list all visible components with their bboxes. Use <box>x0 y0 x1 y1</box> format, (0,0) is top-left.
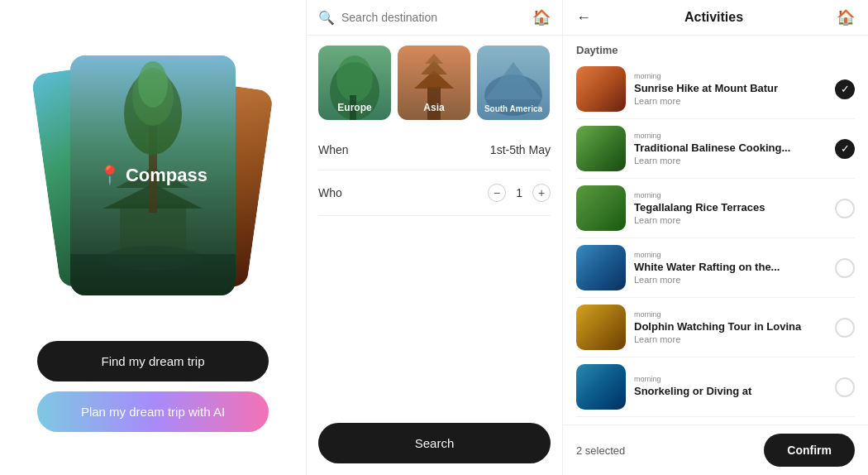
when-label: When <box>318 143 349 156</box>
back-button[interactable]: ← <box>576 9 591 26</box>
activity-info: morning White Water Rafting on the... Le… <box>634 251 827 285</box>
panel-search: 🔍 🏠 Europe <box>306 0 562 475</box>
who-row: Who − 1 + <box>318 170 551 216</box>
home-icon[interactable]: 🏠 <box>532 8 551 26</box>
learn-more-link[interactable]: Learn more <box>634 275 827 285</box>
confirm-button[interactable]: Confirm <box>764 434 855 467</box>
activity-name: Dolphin Watching Tour in Lovina <box>634 320 827 333</box>
compass-name: Compass <box>126 165 207 186</box>
activity-item: morning Traditional Balinese Cooking... … <box>576 119 855 179</box>
search-bar: 🔍 🏠 <box>307 0 562 36</box>
activity-checkbox[interactable] <box>835 258 855 278</box>
activity-name: Snorkeling or Diving at <box>634 385 827 397</box>
welcome-buttons: Find my dream trip Plan my dream trip wi… <box>37 341 269 432</box>
activity-time: morning <box>634 191 827 199</box>
panel-activities: ← Activities 🏠 Daytime morning Sunrise H… <box>562 0 868 475</box>
activity-thumbnail <box>576 66 626 112</box>
when-value[interactable]: 1st-5th May <box>490 143 551 156</box>
learn-more-link[interactable]: Learn more <box>634 215 827 225</box>
booking-form: When 1st-5th May Who − 1 + <box>307 130 562 411</box>
activity-item: morning White Water Rafting on the... Le… <box>576 238 855 298</box>
activity-info: morning Traditional Balinese Cooking... … <box>634 132 827 166</box>
svg-marker-18 <box>425 54 443 64</box>
learn-more-link[interactable]: Learn more <box>634 156 827 166</box>
activity-name: Traditional Balinese Cooking... <box>634 142 827 154</box>
activities-title: Activities <box>684 10 743 25</box>
learn-more-link[interactable]: Learn more <box>634 334 827 344</box>
activity-name: Sunrise Hike at Mount Batur <box>634 82 827 94</box>
activity-thumbnail <box>576 185 626 231</box>
panel-welcome: 📍 Compass Find my dream trip Plan my dre… <box>0 0 306 475</box>
activity-time: morning <box>634 375 827 383</box>
activity-item: morning Tegallalang Rice Terraces Learn … <box>576 179 855 238</box>
activity-checkbox[interactable]: ✓ <box>835 139 855 159</box>
find-dream-trip-button[interactable]: Find my dream trip <box>37 341 269 381</box>
svg-point-7 <box>138 61 168 108</box>
search-input[interactable] <box>341 11 526 24</box>
activities-list: morning Sunrise Hike at Mount Batur Lear… <box>563 60 868 425</box>
who-label: Who <box>318 186 342 199</box>
activity-info: morning Sunrise Hike at Mount Batur Lear… <box>634 72 827 106</box>
quantity-decrease-button[interactable]: − <box>488 184 506 202</box>
activity-checkbox[interactable]: ✓ <box>835 79 855 99</box>
compass-logo: 📍 Compass <box>98 165 207 186</box>
card-stack: 📍 Compass <box>45 43 260 308</box>
selected-count: 2 selected <box>576 444 625 457</box>
activity-time: morning <box>634 251 827 259</box>
activity-time: morning <box>634 132 827 140</box>
activity-info: morning Snorkeling or Diving at <box>634 375 827 399</box>
activity-checkbox[interactable] <box>835 318 855 338</box>
card-main: 📍 Compass <box>70 55 236 295</box>
destination-south-america[interactable]: South America <box>477 46 550 120</box>
quantity-control: − 1 + <box>488 184 551 202</box>
destination-europe[interactable]: Europe <box>318 46 391 120</box>
search-icon: 🔍 <box>318 10 335 26</box>
activity-name: Tegallalang Rice Terraces <box>634 201 827 214</box>
destination-cards: Europe Asia <box>307 36 562 130</box>
activity-time: morning <box>634 72 827 80</box>
quantity-value: 1 <box>516 186 522 199</box>
activity-info: morning Tegallalang Rice Terraces Learn … <box>634 191 827 225</box>
quantity-increase-button[interactable]: + <box>532 184 551 202</box>
activity-thumbnail <box>576 126 626 171</box>
learn-more-link[interactable]: Learn more <box>634 96 827 106</box>
activity-checkbox[interactable] <box>835 377 855 397</box>
destination-asia[interactable]: Asia <box>398 46 470 120</box>
activities-header: ← Activities 🏠 <box>563 0 868 36</box>
when-row: When 1st-5th May <box>318 130 551 170</box>
activity-thumbnail <box>576 305 626 350</box>
svg-point-12 <box>336 55 373 102</box>
activity-time: morning <box>634 310 827 319</box>
location-icon: 📍 <box>98 165 121 186</box>
activity-item: morning Dolphin Watching Tour in Lovina … <box>576 298 855 357</box>
activity-info: morning Dolphin Watching Tour in Lovina … <box>634 310 827 344</box>
activities-footer: 2 selected Confirm <box>563 425 868 475</box>
activity-item: morning Snorkeling or Diving at <box>576 357 855 417</box>
activity-checkbox[interactable] <box>835 199 855 218</box>
destination-asia-label: Asia <box>423 102 444 113</box>
destination-south-label: South America <box>484 104 542 113</box>
svg-point-9 <box>103 246 203 271</box>
destination-europe-label: Europe <box>337 102 371 113</box>
activity-item: morning Sunrise Hike at Mount Batur Lear… <box>576 60 855 119</box>
activity-thumbnail <box>576 364 626 410</box>
activity-thumbnail <box>576 245 626 290</box>
plan-ai-button[interactable]: Plan my dream trip with AI <box>37 391 269 432</box>
search-button[interactable]: Search <box>318 423 551 463</box>
home-icon-activities[interactable]: 🏠 <box>837 8 855 26</box>
activity-name: White Water Rafting on the... <box>634 261 827 273</box>
daytime-section-label: Daytime <box>563 36 868 60</box>
